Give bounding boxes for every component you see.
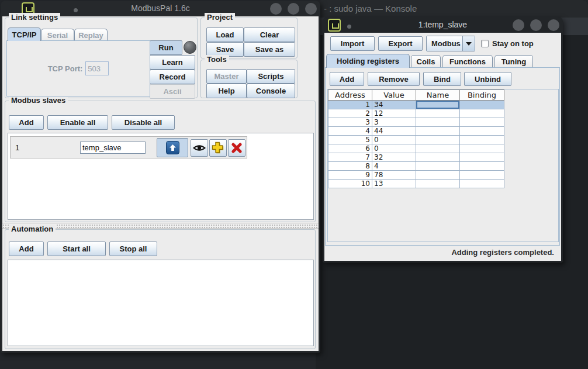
register-remove-button[interactable]: Remove [368, 72, 420, 86]
register-row[interactable]: 444 [328, 127, 504, 136]
register-cell-value[interactable]: 34 [372, 101, 416, 109]
register-unbind-button[interactable]: Unbind [464, 72, 511, 86]
register-cell-binding[interactable] [460, 144, 504, 153]
register-cell-name[interactable] [416, 118, 460, 127]
export-button[interactable]: Export [378, 36, 423, 51]
scripts-button[interactable]: Scripts [247, 69, 295, 84]
register-row[interactable]: 978 [328, 171, 504, 180]
register-cell-value[interactable]: 3 [372, 118, 416, 127]
slave-enable-toggle[interactable] [157, 138, 188, 157]
register-cell-value[interactable]: 13 [372, 180, 416, 188]
register-cell-binding[interactable] [460, 101, 504, 109]
column-header-binding[interactable]: Binding [460, 90, 504, 101]
register-row[interactable]: 33 [328, 118, 504, 127]
run-button[interactable]: Run [150, 40, 182, 55]
slaves-add-button[interactable]: Add [9, 115, 44, 130]
register-cell-name[interactable] [416, 101, 460, 109]
minimize-button[interactable] [270, 3, 282, 15]
load-button[interactable]: Load [206, 27, 244, 42]
register-cell-binding[interactable] [460, 153, 504, 162]
combobox-arrow[interactable] [462, 36, 475, 51]
maximize-button[interactable] [530, 19, 542, 31]
tab-holding-registers[interactable]: Holding registers [326, 54, 410, 68]
register-cell-address[interactable]: 10 [328, 180, 372, 188]
record-button[interactable]: Record [150, 70, 195, 84]
temp-slave-titlebar[interactable]: 1:temp_slave [323, 17, 563, 33]
register-cell-name[interactable] [416, 153, 460, 162]
save-as-button[interactable]: Save as [244, 42, 295, 57]
tcp-port-input[interactable] [85, 61, 109, 75]
disable-all-button[interactable]: Disable all [112, 115, 175, 130]
register-cell-address[interactable]: 8 [328, 162, 372, 171]
column-header-value[interactable]: Value [372, 90, 416, 101]
register-cell-name[interactable] [416, 180, 460, 188]
tab-tcpip[interactable]: TCP/IP [8, 27, 41, 41]
register-scrollpane[interactable]: Address Value Name Binding 1342123344450… [327, 89, 559, 242]
enable-all-button[interactable]: Enable all [47, 115, 108, 130]
register-cell-address[interactable]: 7 [328, 153, 372, 162]
close-button[interactable] [305, 3, 317, 15]
slave-duplicate-button[interactable] [209, 139, 227, 157]
console-button[interactable]: Console [247, 84, 295, 98]
register-cell-value[interactable]: 44 [372, 127, 416, 136]
register-cell-address[interactable]: 6 [328, 144, 372, 153]
register-cell-binding[interactable] [460, 118, 504, 127]
register-cell-name[interactable] [416, 171, 460, 180]
start-all-button[interactable]: Start all [47, 242, 106, 256]
stop-all-button[interactable]: Stop all [109, 242, 157, 256]
konsole-titlebar[interactable]: - : sudo java — Konsole [316, 0, 588, 18]
register-cell-address[interactable]: 4 [328, 127, 372, 136]
register-cell-address[interactable]: 1 [328, 101, 372, 109]
learn-button[interactable]: Learn [150, 55, 195, 70]
register-cell-binding[interactable] [460, 180, 504, 188]
register-bind-button[interactable]: Bind [423, 72, 461, 86]
register-cell-binding[interactable] [460, 136, 504, 144]
register-cell-address[interactable]: 2 [328, 109, 372, 118]
close-button[interactable] [548, 19, 559, 31]
stay-on-top-checkbox[interactable] [481, 40, 489, 47]
tab-serial[interactable]: Serial [41, 29, 74, 41]
register-cell-address[interactable]: 9 [328, 171, 372, 180]
slave-name-input[interactable] [80, 142, 146, 154]
register-cell-binding[interactable] [460, 127, 504, 136]
automation-add-button[interactable]: Add [9, 242, 44, 256]
register-cell-value[interactable]: 12 [372, 109, 416, 118]
help-button[interactable]: Help [206, 84, 247, 98]
slave-delete-button[interactable] [228, 139, 245, 157]
register-cell-binding[interactable] [460, 162, 504, 171]
slave-row[interactable]: 1 [10, 136, 247, 158]
tab-tuning[interactable]: Tuning [494, 55, 533, 67]
register-cell-value[interactable]: 0 [372, 144, 416, 153]
slave-view-button[interactable] [191, 139, 208, 157]
register-row[interactable]: 732 [328, 153, 504, 162]
clear-button[interactable]: Clear [244, 27, 295, 42]
register-cell-address[interactable]: 5 [328, 136, 372, 144]
register-row[interactable]: 84 [328, 162, 504, 171]
maximize-button[interactable] [288, 3, 299, 15]
register-row[interactable]: 212 [328, 109, 504, 118]
register-cell-name[interactable] [416, 136, 460, 144]
register-cell-binding[interactable] [460, 109, 504, 118]
register-cell-value[interactable]: 32 [372, 153, 416, 162]
register-row[interactable]: 60 [328, 144, 504, 153]
register-cell-value[interactable]: 0 [372, 136, 416, 144]
column-header-address[interactable]: Address [328, 90, 372, 101]
register-row[interactable]: 50 [328, 136, 504, 144]
mode-combobox[interactable]: Modbus [426, 36, 475, 51]
column-header-name[interactable]: Name [416, 90, 460, 101]
register-cell-name[interactable] [416, 162, 460, 171]
register-cell-name[interactable] [416, 109, 460, 118]
tab-coils[interactable]: Coils [411, 55, 441, 67]
register-cell-value[interactable]: 78 [372, 171, 416, 180]
tab-replay[interactable]: Replay [74, 29, 108, 41]
tab-functions[interactable]: Functions [442, 55, 493, 67]
register-row[interactable]: 134 [328, 101, 504, 109]
register-add-button[interactable]: Add [330, 72, 364, 86]
import-button[interactable]: Import [330, 36, 375, 51]
minimize-button[interactable] [513, 19, 524, 31]
register-cell-name[interactable] [416, 127, 460, 136]
register-cell-name[interactable] [416, 144, 460, 153]
register-cell-binding[interactable] [460, 171, 504, 180]
register-row[interactable]: 1013 [328, 180, 504, 188]
register-cell-value[interactable]: 4 [372, 162, 416, 171]
